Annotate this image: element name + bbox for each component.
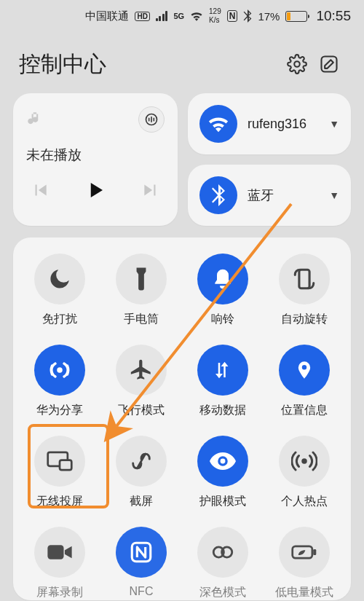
tile-huawei-share[interactable]: 华为分享 <box>20 345 99 428</box>
bell-icon <box>197 254 248 305</box>
header: 控制中心 <box>0 32 364 93</box>
tile-mobile-data[interactable]: 移动数据 <box>183 345 262 428</box>
chevron-down-icon[interactable]: ▼ <box>329 189 339 201</box>
tile-screenshot[interactable]: 截屏 <box>102 436 181 519</box>
tile-low-power[interactable]: 低电量模式 <box>265 527 344 600</box>
tile-dnd[interactable]: 免打扰 <box>20 254 99 337</box>
net-speed: 129K/s <box>209 8 221 24</box>
clock: 10:55 <box>316 8 351 24</box>
media-title: 未在播放 <box>26 146 165 165</box>
svg-point-4 <box>57 367 63 373</box>
tile-location[interactable]: 位置信息 <box>265 345 344 428</box>
svg-point-0 <box>294 61 299 66</box>
signal-icon <box>156 11 168 21</box>
nfc-icon <box>116 527 167 578</box>
tile-hotspot[interactable]: 个人热点 <box>265 436 344 519</box>
tile-nfc[interactable]: NFC <box>102 527 181 600</box>
share-icon <box>34 345 85 396</box>
tile-airplane[interactable]: 飞行模式 <box>102 345 181 428</box>
svg-rect-14 <box>313 549 316 555</box>
cast-icon <box>34 436 85 487</box>
wifi-ssid: rufeng316 <box>248 117 319 132</box>
network-type: 5G <box>173 12 184 20</box>
battery-icon <box>285 11 307 22</box>
eye-icon <box>197 436 248 487</box>
svg-rect-1 <box>322 57 337 72</box>
quick-settings-grid: 免打扰 手电筒 响铃 自动旋转 华为分享 飞行模式 <box>13 237 351 600</box>
bluetooth-label: 蓝牙 <box>248 188 319 203</box>
nfc-status-icon: N <box>227 10 238 22</box>
data-icon <box>197 345 248 396</box>
bluetooth-icon <box>199 176 237 214</box>
svg-rect-9 <box>47 545 63 559</box>
wifi-status-icon <box>190 11 203 21</box>
tile-wireless-projection[interactable]: 无线投屏 <box>20 436 99 519</box>
media-output-button[interactable] <box>138 106 165 133</box>
page-title: 控制中心 <box>19 50 281 79</box>
flashlight-icon <box>116 254 167 305</box>
tile-flashlight[interactable]: 手电筒 <box>102 254 181 337</box>
moon-icon <box>34 254 85 305</box>
settings-button[interactable] <box>281 48 313 80</box>
rotate-icon <box>279 254 330 305</box>
wifi-icon <box>199 105 237 143</box>
battery-pct: 17% <box>258 10 280 23</box>
music-note-icon <box>26 110 45 129</box>
hd-icon: HD <box>135 12 149 21</box>
svg-point-8 <box>301 458 307 464</box>
tile-ringer[interactable]: 响铃 <box>183 254 262 337</box>
tile-autorotate[interactable]: 自动旋转 <box>265 254 344 337</box>
bluetooth-tile[interactable]: 蓝牙 ▼ <box>188 165 351 226</box>
location-icon <box>279 345 330 396</box>
chevron-down-icon[interactable]: ▼ <box>329 118 339 130</box>
next-button[interactable] <box>141 181 160 200</box>
record-icon <box>34 527 85 578</box>
carrier: 中国联通 <box>85 9 129 23</box>
dark-mode-icon <box>197 527 248 578</box>
svg-rect-6 <box>60 460 71 471</box>
prev-button[interactable] <box>31 181 50 200</box>
bt-status-icon <box>243 9 252 23</box>
svg-point-7 <box>221 459 226 464</box>
media-card[interactable]: 未在播放 <box>13 93 178 226</box>
battery-leaf-icon <box>279 527 330 578</box>
wifi-tile[interactable]: rufeng316 ▼ <box>188 93 351 154</box>
hotspot-icon <box>279 436 330 487</box>
screenshot-icon <box>116 436 167 487</box>
svg-rect-3 <box>299 270 309 288</box>
tile-dark-mode[interactable]: 深色模式 <box>183 527 262 600</box>
airplane-icon <box>116 345 167 396</box>
tile-eye-comfort[interactable]: 护眼模式 <box>183 436 262 519</box>
status-bar: 中国联通 HD 5G 129K/s N 17% 10:55 <box>0 0 364 32</box>
edit-button[interactable] <box>313 48 345 80</box>
tile-screen-record[interactable]: 屏幕录制 <box>20 527 99 600</box>
play-button[interactable] <box>84 179 106 201</box>
